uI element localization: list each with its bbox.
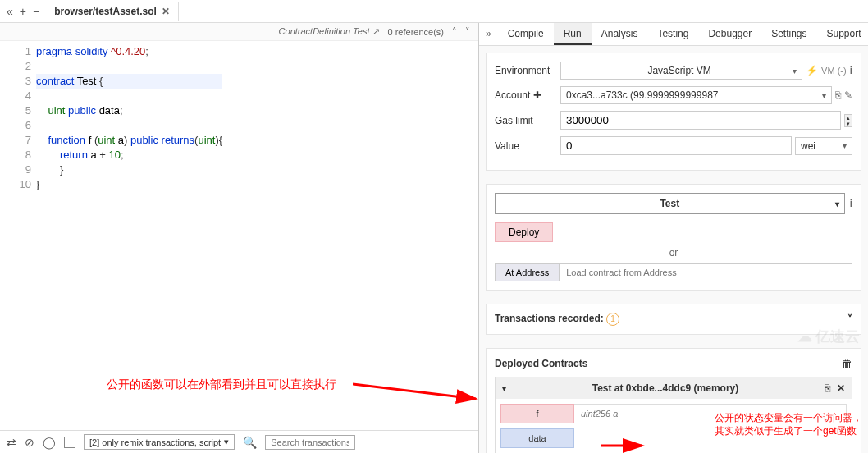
collapse-left-icon[interactable]: « bbox=[7, 5, 13, 18]
toggle-left-panel-icon[interactable]: ⇄ bbox=[7, 436, 16, 449]
chevron-down-icon: ▾ bbox=[224, 437, 229, 447]
gas-limit-input[interactable] bbox=[560, 111, 841, 130]
chevron-down-icon: ˅ bbox=[847, 313, 852, 325]
close-instance-icon[interactable]: ✕ bbox=[837, 382, 845, 394]
tx-filter-select[interactable]: [2] only remix transactions, script ▾ bbox=[84, 434, 235, 450]
code-line[interactable]: return a + 10; bbox=[36, 148, 222, 162]
or-divider: or bbox=[495, 247, 852, 259]
line-number: 5 bbox=[0, 103, 31, 118]
edit-account-icon[interactable]: ✎ bbox=[844, 89, 852, 101]
clear-console-icon[interactable]: ⊘ bbox=[25, 436, 34, 449]
line-number: 10 bbox=[0, 177, 31, 192]
nav-down-icon[interactable]: ˅ bbox=[465, 26, 470, 37]
transactions-recorded-header[interactable]: Transactions recorded: 1 ˅ bbox=[486, 304, 861, 335]
gas-limit-label: Gas limit bbox=[495, 115, 560, 126]
at-address-button[interactable]: At Address bbox=[495, 263, 560, 281]
chevron-down-icon: ▾ bbox=[835, 199, 839, 208]
deployed-contracts-panel: Deployed Contracts 🗑 ▾ Test at 0xbde...4… bbox=[486, 348, 861, 453]
code-line[interactable]: pragma solidity ^0.4.20; bbox=[36, 44, 222, 59]
value-label: Value bbox=[495, 140, 560, 152]
info-icon[interactable]: i bbox=[850, 198, 852, 209]
account-select[interactable]: 0xca3...a733c (99.9999999999987 ▾ bbox=[560, 86, 832, 104]
code-line[interactable] bbox=[36, 59, 222, 74]
search-transactions-input[interactable] bbox=[265, 435, 355, 450]
pending-tx-icon[interactable]: ◯ bbox=[43, 436, 56, 449]
deploy-panel: Test ▾ i Deploy or At Address bbox=[486, 184, 861, 291]
tab-analysis[interactable]: Analysis bbox=[592, 23, 648, 45]
account-label: Account ✚ bbox=[495, 89, 560, 101]
new-file-minus-icon[interactable]: − bbox=[33, 5, 39, 18]
code-line[interactable]: contract Test { bbox=[36, 74, 222, 89]
line-number: 7▾⚠️ bbox=[0, 133, 31, 148]
deploy-button[interactable]: Deploy bbox=[495, 222, 553, 242]
function-button-f[interactable]: f bbox=[500, 404, 574, 423]
gas-limit-stepper[interactable]: ▴▾ bbox=[844, 114, 852, 127]
code-line[interactable]: uint public data; bbox=[36, 103, 222, 118]
run-config-panel: Environment JavaScript VM ▾ ⚡ VM (-) i A… bbox=[486, 53, 861, 171]
copy-account-icon[interactable]: ⎘ bbox=[835, 89, 841, 101]
tab-run[interactable]: Run bbox=[554, 23, 592, 45]
line-number: 3▾ bbox=[0, 74, 31, 89]
function-button-data[interactable]: data bbox=[500, 428, 574, 448]
line-number: 1 bbox=[0, 44, 31, 59]
deployed-contracts-title: Deployed Contracts bbox=[495, 358, 587, 369]
code-line[interactable] bbox=[36, 118, 222, 133]
annotation-right: 公开的状态变量会有一个访问器， 其实就类似于生成了一个get函数 bbox=[715, 411, 862, 437]
line-number: 6 bbox=[0, 118, 31, 133]
listen-checkbox[interactable] bbox=[64, 437, 75, 448]
chevron-down-icon: ▾ bbox=[843, 141, 847, 150]
arrow-left-icon bbox=[353, 376, 484, 405]
line-number: 4 bbox=[0, 89, 31, 103]
at-address-input[interactable] bbox=[560, 263, 852, 281]
instance-title: Test at 0xbde...4ddc9 (memory) bbox=[513, 382, 818, 394]
tab-compile[interactable]: Compile bbox=[498, 23, 554, 45]
environment-label: Environment bbox=[495, 65, 560, 76]
value-unit-select[interactable]: wei ▾ bbox=[795, 137, 852, 155]
close-tab-icon[interactable]: ✕ bbox=[162, 6, 170, 17]
tab-settings[interactable]: Settings bbox=[761, 23, 816, 45]
code-context-bar: ContractDefinition Test ↗ 0 reference(s)… bbox=[0, 23, 478, 41]
file-tab[interactable]: browser/testAsset.sol ✕ bbox=[46, 2, 179, 21]
line-number: 2 bbox=[0, 59, 31, 74]
expand-panel-icon[interactable]: » bbox=[479, 23, 498, 45]
file-tab-label: browser/testAsset.sol bbox=[54, 6, 157, 17]
tab-testing[interactable]: Testing bbox=[647, 23, 698, 45]
chevron-down-icon: ▾ bbox=[793, 66, 797, 76]
value-input[interactable] bbox=[560, 136, 792, 155]
tab-debugger[interactable]: Debugger bbox=[698, 23, 761, 45]
annotation-left: 公开的函数可以在外部看到并且可以直接执行 bbox=[107, 378, 336, 392]
tab-support[interactable]: Support bbox=[817, 23, 868, 45]
add-account-icon[interactable]: ✚ bbox=[533, 89, 541, 101]
code-line[interactable] bbox=[36, 89, 222, 103]
arrow-right-icon bbox=[597, 437, 646, 453]
code-line[interactable]: } bbox=[36, 177, 222, 192]
code-line[interactable]: function f (uint a) public returns(uint)… bbox=[36, 133, 222, 148]
code-line[interactable]: } bbox=[36, 162, 222, 177]
plug-icon: ⚡ bbox=[806, 65, 818, 76]
search-icon[interactable]: 🔍 bbox=[243, 436, 257, 449]
contract-select[interactable]: Test ▾ bbox=[495, 193, 845, 214]
tx-count-badge: 1 bbox=[606, 313, 619, 326]
new-file-plus-icon[interactable]: + bbox=[20, 5, 26, 18]
collapse-instance-icon[interactable]: ▾ bbox=[502, 384, 506, 393]
line-number: 9 bbox=[0, 162, 31, 177]
environment-select[interactable]: JavaScript VM ▾ bbox=[560, 62, 802, 80]
nav-up-icon[interactable]: ˄ bbox=[452, 26, 457, 37]
svg-line-0 bbox=[353, 384, 476, 399]
line-number: 8 bbox=[0, 148, 31, 162]
chevron-down-icon: ▾ bbox=[822, 91, 826, 100]
info-icon[interactable]: i bbox=[850, 65, 852, 76]
trash-icon[interactable]: 🗑 bbox=[841, 357, 852, 370]
copy-instance-icon[interactable]: ⎘ bbox=[825, 382, 830, 394]
share-icon[interactable]: ↗ bbox=[372, 26, 380, 36]
